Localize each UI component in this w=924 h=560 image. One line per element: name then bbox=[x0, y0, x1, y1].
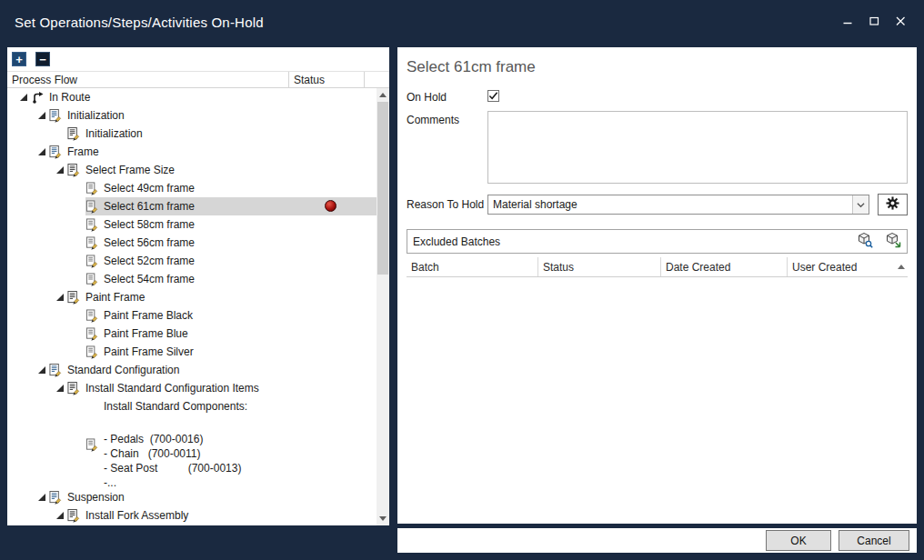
activity-icon bbox=[85, 218, 99, 232]
reason-row: Reason To Hold Material shortage bbox=[407, 194, 908, 215]
excluded-batches-header: Excluded Batches bbox=[407, 229, 908, 254]
batch-column-label: Date Created bbox=[666, 261, 730, 274]
tree-scrollbar[interactable] bbox=[377, 88, 389, 525]
tree-row-content: Initialization bbox=[67, 125, 377, 143]
activity-icon bbox=[85, 327, 99, 341]
tree-item-label: - Pedals (700-0016) - Chain (700-0011) -… bbox=[104, 430, 241, 490]
tree-item-label: Select 52cm frame bbox=[104, 255, 195, 267]
cancel-button[interactable]: Cancel bbox=[839, 530, 909, 551]
tree-row[interactable]: Standard Configuration bbox=[7, 361, 377, 379]
expander-icon[interactable] bbox=[35, 365, 49, 375]
expander-icon[interactable] bbox=[53, 511, 67, 520]
expander-icon[interactable] bbox=[35, 493, 49, 502]
detail-panel: Select 61cm frame On Hold Comments Reaso… bbox=[397, 47, 917, 524]
batch-column-header[interactable]: Batch bbox=[407, 257, 538, 276]
tree-row-content: In Route bbox=[31, 88, 377, 106]
batch-actions bbox=[850, 230, 907, 253]
tree-row-content: Paint Frame Black bbox=[85, 306, 377, 325]
expander-icon[interactable] bbox=[53, 384, 67, 393]
tree-row[interactable]: Install Fork Assembly bbox=[7, 506, 377, 525]
expander-icon[interactable] bbox=[53, 293, 67, 302]
scroll-down-arrow[interactable] bbox=[377, 512, 389, 525]
activity-icon bbox=[85, 200, 99, 214]
tree-toolbar: + − bbox=[7, 47, 389, 71]
batch-column-label: Status bbox=[543, 261, 574, 274]
ok-button[interactable]: OK bbox=[766, 530, 831, 551]
tree-item-label: Select 49cm frame bbox=[104, 182, 195, 195]
column-header-process-flow[interactable]: Process Flow bbox=[7, 72, 289, 87]
tree-row[interactable]: - Pedals (700-0016) - Chain (700-0011) -… bbox=[7, 430, 377, 488]
operation-icon bbox=[49, 364, 63, 377]
activity-icon bbox=[85, 273, 99, 286]
tree-row[interactable]: Select 54cm frame bbox=[7, 270, 377, 288]
reason-to-hold-select[interactable]: Material shortage bbox=[487, 195, 869, 215]
tree-body: In RouteInitializationInitializationFram… bbox=[7, 88, 377, 525]
tree-item-label: Install Standard Configuration Items bbox=[85, 382, 259, 395]
batch-column-header[interactable]: Date Created bbox=[661, 257, 788, 276]
tree-row-content: Install Fork Assembly bbox=[67, 506, 377, 525]
close-button[interactable] bbox=[893, 15, 908, 29]
tree-row[interactable]: Paint Frame bbox=[7, 288, 377, 306]
tree-item-label: Paint Frame bbox=[85, 291, 145, 304]
reason-to-hold-label: Reason To Hold bbox=[407, 198, 487, 211]
expander-icon[interactable] bbox=[35, 111, 49, 120]
maximize-button[interactable] bbox=[867, 15, 881, 29]
on-hold-status-icon bbox=[325, 200, 336, 212]
batch-column-header[interactable]: Status bbox=[538, 257, 661, 276]
batch-column-header[interactable]: User Created bbox=[788, 257, 908, 276]
tree-row[interactable]: Select 52cm frame bbox=[7, 252, 377, 270]
tree-row[interactable]: Frame bbox=[7, 143, 377, 161]
tree-row-content: Initialization bbox=[49, 106, 377, 125]
activity-icon bbox=[85, 345, 99, 359]
expand-all-button[interactable]: + bbox=[12, 52, 26, 66]
tree-row[interactable]: Install Standard Components: bbox=[7, 397, 377, 415]
tree-row-content: Suspension bbox=[49, 488, 377, 506]
activity-icon bbox=[85, 236, 99, 250]
find-batches-button[interactable] bbox=[850, 230, 879, 253]
step-icon bbox=[67, 127, 81, 141]
tree-row[interactable]: Select 61cm frame bbox=[7, 197, 377, 215]
tree-row[interactable]: Paint Frame Black bbox=[7, 306, 377, 325]
exclude-batch-button[interactable] bbox=[879, 230, 907, 253]
expander-icon[interactable] bbox=[16, 93, 31, 102]
tree-row[interactable]: Select 58cm frame bbox=[7, 215, 377, 234]
minimize-button[interactable] bbox=[840, 15, 855, 29]
column-header-status[interactable]: Status bbox=[289, 72, 365, 87]
operation-icon bbox=[49, 491, 63, 505]
tree-row-content: - Pedals (700-0016) - Chain (700-0011) -… bbox=[85, 430, 377, 488]
tree-column-headers: Process Flow Status bbox=[7, 71, 389, 88]
comments-textarea[interactable] bbox=[487, 111, 908, 184]
sort-ascending-icon bbox=[898, 265, 905, 269]
tree-row-content: Paint Frame Silver bbox=[85, 343, 377, 361]
tree-row[interactable]: Initialization bbox=[7, 125, 377, 143]
operation-icon bbox=[49, 145, 63, 159]
scrollbar-thumb[interactable] bbox=[377, 102, 388, 275]
combo-dropdown-button[interactable] bbox=[852, 195, 869, 214]
tree-row[interactable]: Install Standard Configuration Items bbox=[7, 379, 377, 397]
expander-icon[interactable] bbox=[35, 147, 49, 156]
detail-column: Select 61cm frame On Hold Comments Reaso… bbox=[397, 47, 917, 553]
expander-icon[interactable] bbox=[53, 165, 67, 175]
tree-row[interactable]: Select Frame Size bbox=[7, 161, 377, 179]
scrollbar-track[interactable] bbox=[377, 102, 389, 512]
maximize-icon bbox=[869, 14, 879, 30]
tree-row[interactable]: Suspension bbox=[7, 488, 377, 506]
tree-row[interactable]: Initialization bbox=[7, 106, 377, 125]
tree-row[interactable]: Select 49cm frame bbox=[7, 179, 377, 197]
tree-item-label: Install Standard Components: bbox=[104, 400, 247, 413]
tree-item-label: Frame bbox=[67, 145, 99, 158]
exclude-batch-icon bbox=[885, 232, 901, 251]
activity-icon bbox=[85, 309, 99, 323]
batch-column-label: User Created bbox=[792, 261, 857, 274]
tree-row[interactable]: Paint Frame Silver bbox=[7, 343, 377, 361]
tree-row[interactable]: Paint Frame Blue bbox=[7, 325, 377, 343]
hold-reasons-settings-button[interactable] bbox=[878, 194, 908, 215]
step-icon bbox=[67, 382, 81, 395]
scroll-up-arrow[interactable] bbox=[377, 88, 389, 102]
tree-view: In RouteInitializationInitializationFram… bbox=[7, 88, 389, 525]
collapse-all-button[interactable]: − bbox=[35, 52, 50, 66]
tree-row[interactable]: Select 56cm frame bbox=[7, 234, 377, 252]
on-hold-checkbox[interactable] bbox=[487, 90, 499, 102]
tree-row[interactable]: In Route bbox=[7, 88, 377, 106]
tree-item-label: Select Frame Size bbox=[85, 164, 175, 176]
